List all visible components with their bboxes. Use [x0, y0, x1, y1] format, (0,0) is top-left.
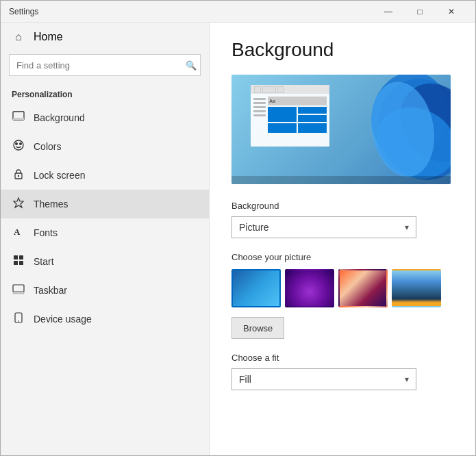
sidebar-item-start[interactable]: Start [1, 247, 209, 276]
background-section-label: Background [231, 201, 453, 211]
choose-picture-label: Choose your picture [231, 252, 453, 262]
sidebar-item-themes-label: Themes [34, 199, 68, 210]
browse-button[interactable]: Browse [231, 317, 284, 339]
choose-fit-label: Choose a fit [231, 353, 453, 363]
fit-dropdown[interactable]: Fill ▾ [231, 368, 416, 390]
page-title: Background [231, 39, 453, 61]
picture-thumb-2[interactable] [285, 269, 334, 307]
sidebar-item-background-label: Background [34, 112, 85, 123]
search-icon[interactable]: 🔍 [186, 60, 197, 71]
preview-taskbar [231, 176, 451, 184]
lock-icon [12, 168, 25, 183]
preview-window: Aa [251, 85, 329, 147]
minimize-button[interactable]: — [373, 1, 404, 23]
svg-rect-8 [14, 255, 18, 259]
fonts-icon: A [12, 225, 25, 240]
sidebar-item-fonts-label: Fonts [34, 227, 58, 238]
sidebar-item-fonts[interactable]: A Fonts [1, 218, 209, 247]
title-bar: Settings — □ ✕ [1, 1, 475, 23]
main-area: ⌂ Home 🔍 Personalization Background [1, 23, 475, 455]
svg-rect-11 [19, 261, 23, 265]
svg-text:A: A [14, 227, 21, 237]
sidebar-item-home[interactable]: ⌂ Home [1, 23, 209, 51]
picture-grid [231, 269, 453, 307]
sidebar-item-themes[interactable]: Themes [1, 190, 209, 218]
sidebar-item-background[interactable]: Background [1, 103, 209, 132]
device-usage-icon [12, 312, 25, 327]
svg-rect-9 [19, 255, 23, 259]
start-icon [12, 254, 25, 269]
fit-dropdown-value: Fill [239, 374, 251, 385]
picture-thumb-1[interactable] [231, 269, 281, 307]
window-title: Settings [9, 7, 373, 16]
background-dropdown[interactable]: Picture ▾ [231, 216, 416, 238]
search-input[interactable] [9, 54, 201, 76]
sidebar-item-device-usage-label: Device usage [34, 314, 92, 325]
sidebar-item-device-usage[interactable]: Device usage [1, 305, 209, 333]
sidebar-item-colors-label: Colors [34, 141, 61, 152]
sidebar-item-lock-screen-label: Lock screen [34, 170, 85, 181]
preview-flower [334, 75, 451, 184]
themes-icon [12, 197, 25, 212]
background-preview: Aa [231, 75, 451, 184]
dropdown-arrow-icon: ▾ [405, 223, 409, 232]
sidebar-item-taskbar-label: Taskbar [34, 285, 67, 296]
sidebar: ⌂ Home 🔍 Personalization Background [1, 23, 210, 455]
svg-rect-13 [13, 292, 24, 294]
taskbar-icon [12, 283, 25, 298]
home-icon: ⌂ [12, 31, 25, 43]
colors-icon [12, 139, 25, 154]
maximize-button[interactable]: □ [404, 1, 436, 23]
svg-point-4 [19, 142, 22, 145]
svg-point-2 [14, 140, 23, 150]
fit-dropdown-arrow-icon: ▾ [405, 375, 409, 384]
close-button[interactable]: ✕ [436, 1, 467, 23]
background-dropdown-value: Picture [239, 222, 269, 233]
svg-rect-10 [14, 261, 18, 265]
background-icon [12, 110, 25, 125]
settings-window: Settings — □ ✕ ⌂ Home 🔍 Personalization [0, 0, 476, 456]
svg-point-6 [18, 175, 19, 177]
sidebar-item-colors[interactable]: Colors [1, 132, 209, 161]
svg-rect-12 [13, 285, 24, 292]
sidebar-item-start-label: Start [34, 256, 54, 267]
picture-thumb-4[interactable] [392, 269, 441, 307]
sidebar-item-lock-screen[interactable]: Lock screen [1, 161, 209, 190]
search-box: 🔍 [9, 54, 201, 76]
window-controls: — □ ✕ [373, 1, 467, 23]
sidebar-section-title: Personalization [1, 84, 209, 103]
sidebar-item-taskbar[interactable]: Taskbar [1, 276, 209, 305]
home-label: Home [34, 31, 63, 43]
svg-point-3 [15, 142, 18, 145]
svg-rect-1 [13, 118, 24, 120]
svg-point-15 [18, 320, 19, 322]
picture-thumb-3[interactable] [338, 269, 388, 307]
main-content: Background [210, 23, 475, 455]
